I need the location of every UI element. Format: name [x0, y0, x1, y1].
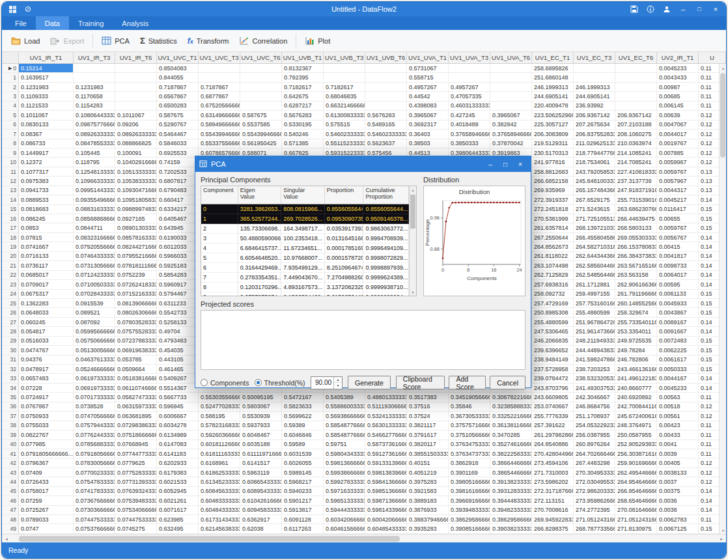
- cell-r30c14[interactable]: 249.78284: [615, 346, 657, 355]
- cell-r39c6[interactable]: 0.6046846: [282, 430, 324, 440]
- cell-r26c0[interactable]: 0.0648033: [19, 308, 74, 317]
- cell-r14c3[interactable]: 0.660417: [157, 195, 199, 204]
- cell-r44c0[interactable]: 0.0726433: [19, 477, 74, 486]
- cell-r4c6[interactable]: 0.6287217: [282, 102, 324, 111]
- cell-r10c13[interactable]: 218.7534061: [574, 158, 615, 167]
- cell-r8c0[interactable]: 0.086733: [19, 139, 74, 148]
- pc-cell-r7c0[interactable]: 7: [201, 273, 238, 283]
- cell-r10c1[interactable]: 0.118795: [74, 158, 115, 167]
- cell-r20c14[interactable]: 266.3843738333333: [615, 252, 657, 261]
- cell-r7c6[interactable]: 0.540246: [282, 130, 324, 139]
- cell-r35c8[interactable]: 0.4880133333333...: [365, 393, 407, 402]
- clipboard-score-button[interactable]: Clipboard Score: [396, 376, 445, 389]
- cell-r26c13[interactable]: 255.4880599: [574, 308, 615, 317]
- cell-r8c2[interactable]: 0.088866825: [115, 139, 157, 148]
- cell-r44c15[interactable]: 0.0037: [657, 477, 699, 486]
- cell-r47c4[interactable]: 0.6048433333333...: [199, 506, 240, 515]
- column-header-UV1_UVA_T1[interactable]: UV1_UVA_T1: [407, 52, 449, 63]
- cell-r38c1[interactable]: 0.0757944333333...: [74, 421, 115, 430]
- cell-r11c1[interactable]: 0.1254813333333...: [74, 167, 115, 176]
- cell-r38c6[interactable]: 0.59389: [282, 421, 324, 430]
- cell-r7c9[interactable]: 0.36403: [407, 130, 449, 139]
- cell-r38c8[interactable]: 0.5630133333333...: [365, 421, 407, 430]
- cell-r49c5[interactable]: 0.62038: [240, 524, 282, 533]
- cell-r6c5[interactable]: 0.5537585: [240, 120, 282, 130]
- cell-r36c6[interactable]: 0.5823633: [282, 402, 324, 412]
- pc-cell-r3c0[interactable]: 3: [201, 234, 238, 244]
- scroll-down-arrow-icon[interactable]: ▾: [720, 526, 727, 534]
- pc-table-row[interactable]: 56.6054648520...10.97668007...0.00015787…: [201, 253, 409, 263]
- cell-r47c10[interactable]: 0.3939483333333...: [449, 506, 490, 515]
- column-header-UV1_EC_T1[interactable]: UV1_EC_T1: [532, 52, 574, 63]
- cell-r2c11[interactable]: [490, 83, 532, 92]
- pc-cell-r0c3[interactable]: 0.8556055644...: [325, 204, 364, 214]
- cell-r29c3[interactable]: 0.4793483: [157, 337, 199, 346]
- cell-r35c3[interactable]: 0.5667733: [157, 393, 199, 402]
- cell-r20c13[interactable]: 262.6443443666667: [574, 252, 615, 261]
- pc-table-scrollbar[interactable]: ▴ ▾: [409, 186, 416, 296]
- cell-r32c12[interactable]: 237.5728958: [532, 365, 574, 374]
- cell-r38c15[interactable]: 0.00423: [657, 421, 699, 430]
- app-icon[interactable]: [7, 4, 18, 14]
- cell-r26c14[interactable]: 258.329674: [615, 308, 657, 317]
- cell-r2c5[interactable]: [240, 83, 282, 92]
- row-header-17[interactable]: 17: [2, 223, 19, 232]
- cell-r11c15[interactable]: 0.0059767: [657, 167, 699, 176]
- row-header-8[interactable]: 8: [2, 139, 19, 148]
- cell-r31c12[interactable]: 238.9484149: [532, 356, 574, 365]
- cell-r35c9[interactable]: 0.3517383: [407, 393, 449, 402]
- cell-r36c13[interactable]: 246.8684756: [574, 402, 615, 412]
- cell-r42c6[interactable]: 0.6026055: [282, 458, 324, 468]
- row-header-9[interactable]: 9: [2, 148, 19, 158]
- cell-r0c2[interactable]: [115, 64, 157, 73]
- cell-r36c14[interactable]: 242.7008441166667: [615, 402, 657, 412]
- column-header-UV1_IR_T6[interactable]: UV1_IR_T6: [115, 52, 157, 63]
- cell-r19c0[interactable]: 0.0741667: [19, 242, 74, 251]
- cell-r18c1[interactable]: 0.0832316666666...: [74, 233, 115, 242]
- pc-cell-r0c1[interactable]: 3281.3862653...: [238, 204, 282, 214]
- row-header-20[interactable]: 20: [2, 252, 19, 261]
- cell-r40c13[interactable]: 260.8976264: [574, 440, 615, 449]
- cell-r49c13[interactable]: 268.7877335666667: [574, 524, 615, 533]
- cell-r48c1[interactable]: 0.0744753333333...: [74, 515, 115, 524]
- cell-r7c4[interactable]: 0.5543994666666...: [199, 130, 240, 139]
- cell-r47c15[interactable]: 0.0038: [657, 506, 699, 515]
- row-header-15[interactable]: 15: [2, 205, 19, 214]
- cell-r39c4[interactable]: 0.5926036666666...: [199, 430, 240, 440]
- cell-r33c15[interactable]: 0.0044167: [657, 374, 699, 383]
- cell-r43c11[interactable]: 0.3865446666666...: [490, 468, 532, 477]
- column-header-UV1_UVA_T3[interactable]: UV1_UVA_T3: [449, 52, 490, 63]
- cell-r41c0[interactable]: 0.0791805666666...: [19, 449, 74, 458]
- cell-r26c2[interactable]: 0.0802630666666...: [115, 308, 157, 317]
- cell-r19c3[interactable]: 0.6012033: [157, 242, 199, 251]
- cell-r20c12[interactable]: 261.8118022: [532, 252, 574, 261]
- cell-r41c13[interactable]: 264.7026664666667: [574, 449, 615, 458]
- row-header-27[interactable]: 27: [2, 318, 19, 327]
- cell-r0c15[interactable]: 0.0045233: [657, 64, 699, 73]
- cell-r11c3[interactable]: 0.7202533: [157, 167, 199, 176]
- cell-r45c3[interactable]: 0.6052945: [157, 487, 199, 496]
- cell-r24c1[interactable]: 0.0702843333333...: [74, 290, 115, 299]
- cell-r5c5[interactable]: 0.587675: [240, 111, 282, 120]
- row-header-6[interactable]: 6: [2, 120, 19, 130]
- cell-r37c5[interactable]: 0.5530939: [240, 412, 282, 421]
- cell-r28c1[interactable]: 0.0599566666666...: [74, 327, 115, 336]
- cell-r37c7[interactable]: 0.5693866666666...: [324, 412, 365, 421]
- pc-cell-r8c4[interactable]: 0.9999938710...: [363, 283, 409, 292]
- row-header-32[interactable]: 32: [2, 365, 19, 374]
- cell-r5c13[interactable]: 206.9367142: [574, 111, 615, 120]
- cell-r44c10[interactable]: 0.3980516666666...: [449, 477, 490, 486]
- cell-r37c4[interactable]: 0.588195: [199, 412, 240, 421]
- cell-r4c10[interactable]: 0.4603133333333...: [449, 102, 490, 111]
- cell-r35c6[interactable]: 0.5472167: [282, 393, 324, 402]
- pc-cell-r8c1[interactable]: 0.1203170296...: [238, 283, 282, 292]
- cell-r27c3[interactable]: 0.5258133: [157, 318, 199, 327]
- cell-r3c7[interactable]: 0.68046835: [324, 92, 365, 101]
- row-header-38[interactable]: 38: [2, 421, 19, 430]
- cell-r40c10[interactable]: 0.3763475333333...: [449, 440, 490, 449]
- cell-r40c15[interactable]: 0.0041: [657, 440, 699, 449]
- cell-r41c4[interactable]: 0.6181116333333...: [199, 449, 240, 458]
- cell-r43c9[interactable]: 0.4051219: [407, 468, 449, 477]
- cell-r26c15[interactable]: 0.0043867: [657, 308, 699, 317]
- cell-r38c4[interactable]: 0.5782316833333...: [199, 421, 240, 430]
